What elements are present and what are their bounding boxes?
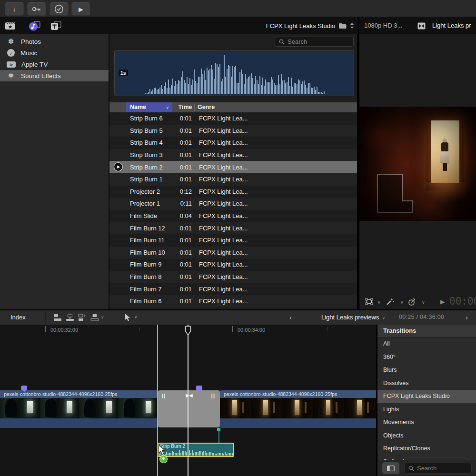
transitions-item[interactable]: Blurs [377,364,476,377]
media-import-icon[interactable] [5,21,16,30]
table-row[interactable]: Film Burn 70:01FCPX Light Lea... [109,283,357,295]
table-row[interactable]: Film Burn 60:01FCPX Light Lea... [109,295,357,307]
purple-marker[interactable] [196,386,202,390]
chevron-down-icon[interactable]: ∨ [377,300,381,305]
insert-clip-button[interactable] [66,314,74,321]
row-play-button[interactable]: ▶ [114,162,123,171]
table-row[interactable]: Projector 10:11FCPX Light Lea... [109,198,357,210]
drop-placeholder-region[interactable]: || ▶◀ || [158,390,220,427]
table-row[interactable]: Film Burn 90:01FCPX Light Lea... [109,258,357,271]
waveform [117,53,352,94]
search-placeholder: Search [417,465,436,472]
cell-genre: FCPX Light Lea... [199,249,248,256]
table-row[interactable]: Film Burn 120:01FCPX Light Lea... [109,222,357,234]
index-button[interactable]: Index [10,310,26,324]
chevron-down-icon[interactable]: ∨ [134,315,138,319]
retime-button[interactable] [407,298,416,306]
transitions-header: Transitions [377,325,476,337]
column-divider[interactable] [255,104,255,111]
mouse-cursor [158,445,166,455]
playhead-handle[interactable] [184,326,192,337]
search-input[interactable]: Search [275,37,354,47]
cell-genre: FCPX Light Lea... [199,127,248,134]
video-clip[interactable]: pexels-cottonbro-studio-4882344-4096x216… [0,390,158,428]
sidebar-item-photos[interactable]: ✽Photos [0,36,109,47]
transition-badge-icon [417,22,426,30]
table-row[interactable]: Strip Burn 40:01FCPX Light Lea... [109,137,357,149]
titles-generators-icon[interactable] [50,21,62,30]
chevron-down-icon[interactable]: ∨ [422,300,425,305]
viewer-clip-title: Light Leaks pr [432,17,476,34]
video-thumbnail [220,398,251,418]
transitions-item[interactable]: Movements [377,416,476,429]
transitions-item[interactable]: All [377,337,476,351]
table-row[interactable]: ▶Strip Burn 20:01FCPX Light Lea... [109,161,357,173]
chevron-down-icon[interactable]: ∨ [400,300,404,305]
transform-tool-button[interactable] [365,298,373,305]
chevron-down-icon: ∨ [382,316,385,320]
chevron-down-icon[interactable]: ∨ [101,315,104,319]
column-header-genre[interactable]: Genre [198,102,215,112]
playhead-line[interactable] [188,325,188,476]
transitions-item[interactable]: Objects [377,429,476,443]
previous-project-button[interactable]: ‹ [289,310,292,324]
time-scale-badge: 1s [119,69,128,76]
sidebar-item-sound-effects[interactable]: ✹Sound Effects [0,70,109,81]
ruler-tick-minor [327,327,328,331]
key-button[interactable] [27,2,46,16]
column-header-name[interactable]: Name ∨ [126,102,172,112]
download-button[interactable]: ↓ [5,2,24,16]
table-row[interactable]: Strip Burn 60:01FCPX Light Lea... [109,112,357,125]
transitions-item[interactable]: FCPX Light Leaks Studio [377,390,476,403]
table-row[interactable]: Strip Burn 30:01FCPX Light Lea... [109,149,357,161]
transitions-list: All360°BlursDissolvesFCPX Light Leaks St… [377,337,476,460]
video-preview [359,107,476,221]
table-row[interactable]: Strip Burn 10:01FCPX Light Lea... [109,173,357,186]
video-clip[interactable]: pexels-cottonbro-studio-4882344-4096x216… [220,390,376,428]
checkmark-button[interactable] [50,2,69,16]
table-row[interactable]: Film Burn 80:01FCPX Light Lea... [109,271,357,283]
video-thumbnail [314,398,345,418]
select-tool-button[interactable] [125,313,131,322]
enhancements-wand-button[interactable] [386,298,394,306]
audio-preview-waveform[interactable]: 1s [114,50,354,96]
dragged-audio-clip[interactable]: Strip Burn 2 [158,443,234,457]
cell-genre: FCPX Light Lea... [199,115,248,122]
photos-audio-sidebar-icon[interactable] [29,21,41,31]
cell-genre: FCPX Light Lea... [199,298,248,305]
transitions-item[interactable]: Dissolves [377,377,476,390]
sidebar-item-apple-tv[interactable]: tvApple TV [0,59,109,70]
cell-time: 0:01 [174,115,192,122]
table-row[interactable]: Film Burn 110:01FCPX Light Lea... [109,234,357,247]
connect-clip-button[interactable] [53,314,62,321]
sidebar-item-music[interactable]: ♪Music [0,47,109,59]
viewer-play-icon[interactable]: ▶ [440,298,445,305]
library-selector[interactable]: FCPX Light Leaks Studio [266,17,354,34]
clip-title: pexels-cottonbro-studio-4882344-4096x216… [220,390,376,398]
cell-genre: FCPX Light Lea... [199,237,248,244]
column-header-time[interactable]: Time [176,102,194,112]
play-button[interactable]: ▶ [71,2,90,16]
table-row[interactable]: Strip Burn 50:01FCPX Light Lea... [109,125,357,137]
drag-add-badge: + [159,455,168,463]
cell-time: 0:01 [174,176,192,183]
next-project-button[interactable]: › [466,310,468,324]
sidebar-toggle-button[interactable] [382,462,399,474]
overwrite-clip-button[interactable] [90,314,99,321]
column-divider[interactable] [194,104,195,111]
table-row[interactable]: Film Burn 100:01FCPX Light Lea... [109,247,357,259]
transitions-item[interactable]: Replicator/Clones [377,442,476,456]
append-clip-button[interactable] [78,314,87,321]
project-name-dropdown[interactable]: Light Leaks previews∨ [310,310,396,325]
cell-name: Film Burn 6 [130,298,174,305]
project-name: Light Leaks previews [321,314,379,321]
timeline[interactable]: 00:00:32:00 00:00:34:00 pexels-cottonbro… [0,325,376,476]
transitions-item[interactable]: 360° [377,351,476,364]
cell-name: Strip Burn 6 [130,115,174,122]
table-row[interactable]: Film Slide0:04FCPX Light Lea... [109,210,357,222]
purple-marker[interactable] [21,386,27,390]
transitions-search-input[interactable]: Search [404,463,472,474]
transitions-item[interactable]: Lights [377,403,476,416]
table-row[interactable]: Projector 20:12FCPX Light Lea... [109,186,357,198]
download-icon: ↓ [13,5,16,13]
